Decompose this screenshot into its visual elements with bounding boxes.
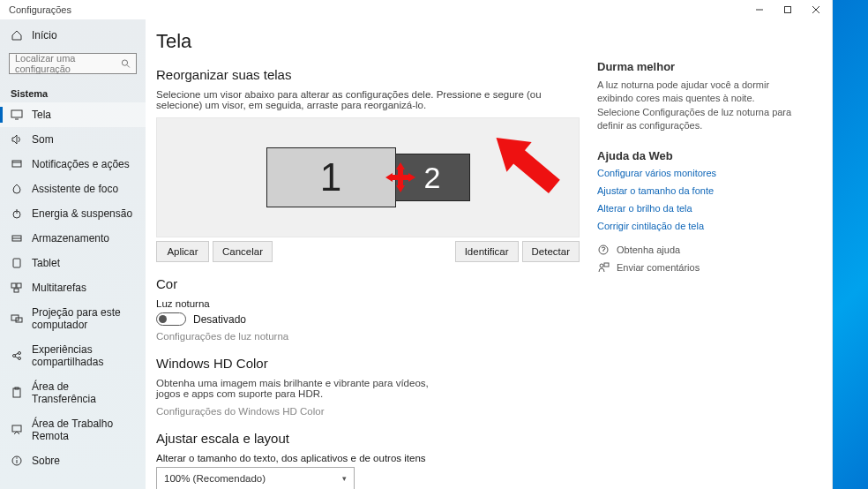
hdcolor-heading: Windows HD Color [156,356,580,371]
svg-rect-27 [12,425,21,432]
close-icon [812,5,820,14]
annotation-arrow-icon [482,128,543,190]
apply-button[interactable]: Aplicar [156,241,209,262]
help-link-fontsize[interactable]: Ajustar o tamanho da fonte [597,185,793,196]
identify-button[interactable]: Identificar [455,241,519,262]
sleep-better-text: A luz noturna pode ajudar você a dormir … [597,79,793,133]
svg-line-5 [127,65,130,68]
nightlight-label: Luz noturna [156,298,580,309]
sidebar-item-tablet[interactable]: Tablet [0,251,146,275]
shared-icon [11,350,23,362]
color-heading: Cor [156,276,580,291]
notifications-icon [11,158,23,170]
nightlight-toggle[interactable]: Desativado [156,312,580,326]
maximize-icon [783,5,792,14]
settings-window: Configurações Início Localizar uma confi… [0,0,833,489]
help-icon [597,244,610,256]
detect-button[interactable]: Detectar [522,241,580,262]
feedback-icon [597,261,610,274]
svg-point-4 [123,60,128,65]
sound-icon [11,133,23,146]
sidebar-item-notificacoes[interactable]: Notificações e ações [0,152,146,177]
projection-icon [11,312,23,325]
home-icon [11,29,23,41]
sidebar-item-label: Área de Transferência [32,380,135,405]
sidebar-item-label: Energia & suspensão [32,207,132,220]
svg-rect-36 [391,175,410,180]
help-link-brightness[interactable]: Alterar o brilho da tela [597,203,793,214]
info-icon [11,455,23,467]
nightlight-state: Desativado [193,313,246,326]
sidebar-item-som[interactable]: Som [0,127,146,152]
monitor-2[interactable]: 2 [395,154,470,201]
sidebar-item-foco[interactable]: Assistente de foco [0,177,146,201]
sidebar-item-sobre[interactable]: Sobre [0,448,146,473]
search-input[interactable]: Localizar uma configuração [9,53,137,74]
focus-icon [11,183,23,195]
sleep-better-heading: Durma melhor [597,60,793,73]
multitask-icon [11,282,23,294]
move-cursor-icon [384,161,417,194]
svg-rect-16 [17,283,21,288]
clipboard-icon [11,387,23,399]
sidebar-item-label: Projeção para este computador [32,306,135,331]
titlebar: Configurações [0,0,832,19]
window-title: Configurações [9,4,71,15]
get-help-link[interactable]: Obtenha ajuda [597,244,793,256]
svg-rect-15 [11,283,16,288]
search-placeholder: Localizar uma configuração [15,53,121,74]
help-link-flicker[interactable]: Corrigir cintilação de tela [597,221,793,231]
tablet-icon [11,257,23,269]
remote-icon [11,424,23,436]
sidebar-item-label: Tablet [32,257,60,269]
scale-label: Alterar o tamanho do texto, dos aplicati… [156,453,580,463]
scale-value: 100% (Recomendado) [164,473,266,484]
sidebar-item-label: Som [32,133,54,146]
monitor-1[interactable]: 1 [266,147,396,207]
nightlight-settings-link[interactable]: Configurações de luz noturna [156,331,580,342]
hdcolor-settings-link[interactable]: Configurações do Windows HD Color [156,406,580,417]
storage-icon [11,232,23,244]
page-title: Tela [156,25,580,53]
sidebar: Início Localizar uma configuração Sistem… [0,19,146,489]
svg-point-30 [16,457,17,458]
close-button[interactable] [802,0,830,19]
svg-marker-37 [483,128,561,197]
svg-rect-17 [14,289,19,292]
help-link-monitors[interactable]: Configurar vários monitores [597,168,793,178]
display-arrange-area[interactable]: 1 2 [156,117,580,237]
sidebar-item-multitarefas[interactable]: Multitarefas [0,275,146,300]
hdcolor-description: Obtenha uma imagem mais brilhante e vibr… [156,378,438,399]
sidebar-item-projecao[interactable]: Projeção para este computador [0,300,146,337]
sidebar-item-energia[interactable]: Energia & suspensão [0,201,146,226]
sidebar-item-label: Multitarefas [32,282,86,294]
scale-heading: Ajustar escala e layout [156,431,580,446]
sidebar-item-label: Notificações e ações [32,158,130,170]
minimize-icon [755,5,764,14]
sidebar-item-armazenamento[interactable]: Armazenamento [0,226,146,251]
sidebar-item-clipboard[interactable]: Área de Transferência [0,374,146,411]
svg-point-39 [600,264,603,267]
sidebar-item-experiencias[interactable]: Experiências compartilhadas [0,337,146,374]
sidebar-item-label: Assistente de foco [32,183,118,195]
sidebar-section-label: Sistema [0,83,146,102]
send-feedback-link[interactable]: Enviar comentários [597,261,793,274]
sidebar-item-tela[interactable]: Tela [0,102,146,127]
sidebar-item-remota[interactable]: Área de Trabalho Remota [0,411,146,448]
sidebar-home[interactable]: Início [0,23,146,48]
sidebar-item-label: Armazenamento [32,232,109,244]
sidebar-item-label: Início [32,29,57,41]
scale-select[interactable]: 100% (Recomendado) ▾ [156,467,355,489]
chevron-down-icon: ▾ [342,474,347,483]
minimize-button[interactable] [745,0,774,19]
sidebar-item-label: Sobre [32,455,60,467]
cancel-button[interactable]: Cancelar [213,241,273,262]
display-icon [11,109,23,121]
search-icon [121,58,131,69]
svg-rect-8 [12,161,21,167]
svg-rect-14 [13,259,20,267]
web-help-heading: Ajuda da Web [597,149,793,162]
maximize-button[interactable] [774,0,802,19]
power-icon [11,207,23,220]
svg-rect-40 [604,263,609,267]
